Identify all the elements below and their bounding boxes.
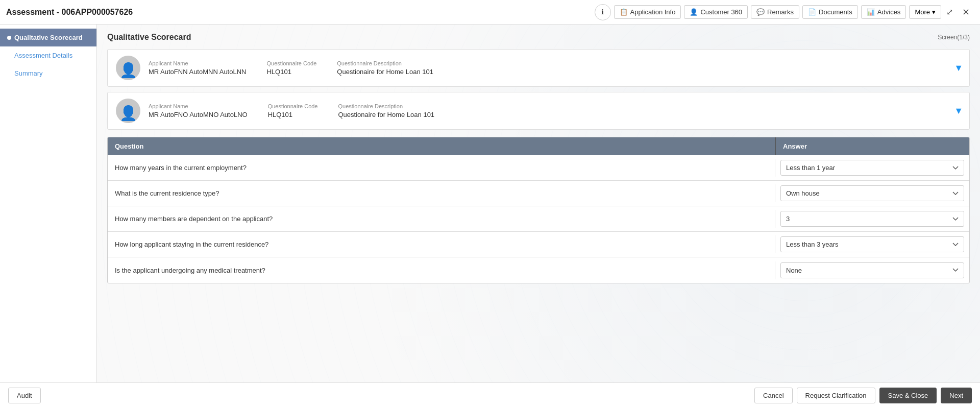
more-button[interactable]: More ▾ [909,5,941,19]
code-group-0: Questionnaire Code HLQ101 [266,60,316,76]
question-2: How many members are dependent on the ap… [108,210,775,228]
desc-label-0: Questionnaire Description [337,60,433,66]
code-group-1: Questionnaire Code HLQ101 [268,103,318,118]
name-label-1: Applicant Name [149,103,248,109]
more-chevron-icon: ▾ [932,8,936,16]
sidebar: Qualitative Scorecard Assessment Details… [0,25,97,382]
answer-cell-1: Own houseRentedCompany providedFamily ow… [775,182,969,204]
answer-cell-2: 012345+ [775,208,969,230]
qa-row-0: How many years in the current employment… [108,155,969,181]
answer-select-3[interactable]: Less than 3 years3-5 years5-10 yearsMore… [780,236,964,252]
code-value-1: HLQ101 [268,111,318,118]
name-value-0: MR AutoFNN AutoMNN AutoLNN [149,68,246,76]
answer-cell-4: NoneYesNo [775,259,969,281]
name-value-1: MR AutoFNO AutoMNO AutoLNO [149,111,248,118]
documents-button[interactable]: 📄 Documents [802,5,858,19]
close-icon: ✕ [962,7,970,17]
avatar-0: 👤 [116,56,140,80]
advices-icon: 📊 [867,8,875,16]
answer-select-0[interactable]: Less than 1 year1-3 years3-5 yearsMore t… [780,160,964,176]
remarks-button[interactable]: 💬 Remarks [751,5,799,19]
qa-row-3: How long applicant staying in the curren… [108,232,969,257]
qa-row-2: How many members are dependent on the ap… [108,206,969,232]
qa-table-header: Question Answer [108,137,969,155]
question-3: How long applicant staying in the curren… [108,235,775,253]
name-label-0: Applicant Name [149,60,246,66]
cancel-button[interactable]: Cancel [754,388,792,403]
info-icon: ℹ [601,8,604,16]
desc-group-0: Questionnaire Description Questionaire f… [337,60,433,76]
question-0: How many years in the current employment… [108,159,775,177]
info-button[interactable]: ℹ [595,4,611,20]
answer-select-1[interactable]: Own houseRentedCompany providedFamily ow… [780,185,964,201]
next-button[interactable]: Next [941,388,972,403]
qa-row-1: What is the current residence type? Own … [108,181,969,206]
expand-button[interactable]: ⤢ [944,5,955,19]
answer-cell-0: Less than 1 year1-3 years3-5 yearsMore t… [775,157,969,179]
qa-table-body: How many years in the current employment… [108,155,969,283]
customer360-icon: 👤 [690,8,698,16]
page-title-bar: Assessment - 006APP000057626 [6,8,595,17]
answer-select-4[interactable]: NoneYesNo [780,262,964,278]
app-body: Qualitative Scorecard Assessment Details… [0,25,980,382]
applicant-fields-0: Applicant Name MR AutoFNN AutoMNN AutoLN… [149,60,961,76]
avatar-1: 👤 [116,99,140,123]
footer: Audit Cancel Request Clarification Save … [0,382,980,408]
name-group-0: Applicant Name MR AutoFNN AutoMNN AutoLN… [149,60,246,76]
close-button[interactable]: ✕ [958,5,974,20]
card-arrow-1[interactable]: ▼ [954,106,963,116]
sidebar-item-assessment-details[interactable]: Assessment Details [0,46,96,64]
page-heading: Qualitative Scorecard Screen(1/3) [107,33,970,42]
desc-value-1: Questionaire for Home Loan 101 [338,111,434,118]
answer-cell-3: Less than 3 years3-5 years5-10 yearsMore… [775,233,969,255]
audit-button[interactable]: Audit [8,388,41,403]
request-clarification-button[interactable]: Request Clarification [797,388,875,403]
answer-header: Answer [775,137,969,155]
desc-group-1: Questionnaire Description Questionaire f… [338,103,434,118]
expand-icon: ⤢ [946,8,953,16]
main-content: Qualitative Scorecard Screen(1/3) 👤 Appl… [97,25,980,382]
avatar-icon-0: 👤 [119,62,137,79]
card-arrow-0[interactable]: ▼ [954,63,963,74]
application-info-button[interactable]: 📋 Application Info [614,5,681,19]
code-label-0: Questionnaire Code [266,60,316,66]
question-header: Question [108,137,775,155]
code-label-1: Questionnaire Code [268,103,318,109]
remarks-icon: 💬 [756,8,765,16]
applicant-fields-1: Applicant Name MR AutoFNO AutoMNO AutoLN… [149,103,961,118]
question-1: What is the current residence type? [108,184,775,202]
footer-left: Audit [8,388,41,403]
application-info-icon: 📋 [620,8,628,16]
title-bar-actions: ℹ 📋 Application Info 👤 Customer 360 💬 Re… [595,4,974,20]
applicant-card-1: 👤 Applicant Name MR AutoFNO AutoMNO Auto… [107,92,970,130]
applicant-card-0: 👤 Applicant Name MR AutoFNN AutoMNN Auto… [107,49,970,87]
applicant-cards: 👤 Applicant Name MR AutoFNN AutoMNN Auto… [107,49,970,130]
save-close-button[interactable]: Save & Close [879,388,937,403]
title-bar: Assessment - 006APP000057626 ℹ 📋 Applica… [0,0,980,25]
desc-label-1: Questionnaire Description [338,103,434,109]
qa-row-4: Is the applicant undergoing any medical … [108,257,969,283]
code-value-0: HLQ101 [266,68,316,76]
screen-info: Screen(1/3) [938,34,970,41]
name-group-1: Applicant Name MR AutoFNO AutoMNO AutoLN… [149,103,248,118]
desc-value-0: Questionaire for Home Loan 101 [337,68,433,76]
advices-button[interactable]: 📊 Advices [861,5,906,19]
sidebar-item-summary[interactable]: Summary [0,64,96,82]
question-4: Is the applicant undergoing any medical … [108,261,775,279]
avatar-icon-1: 👤 [119,105,137,122]
documents-icon: 📄 [808,8,816,16]
answer-select-2[interactable]: 012345+ [780,211,964,227]
sidebar-dot [7,36,11,40]
qa-table: Question Answer How many years in the cu… [107,137,970,283]
sidebar-item-qualitative-scorecard[interactable]: Qualitative Scorecard [0,29,96,46]
customer360-button[interactable]: 👤 Customer 360 [684,5,748,19]
footer-right: Cancel Request Clarification Save & Clos… [754,388,972,403]
